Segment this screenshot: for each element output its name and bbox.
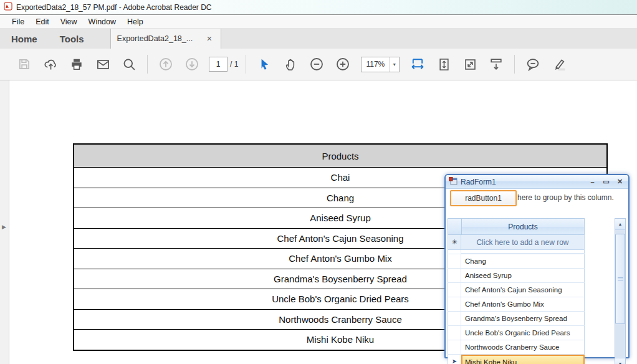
tab-tools[interactable]: Tools xyxy=(49,29,95,49)
menu-view[interactable]: View xyxy=(55,16,83,27)
fit-page-icon[interactable] xyxy=(436,57,451,72)
print-icon[interactable] xyxy=(69,57,84,72)
menu-window[interactable]: Window xyxy=(83,16,122,27)
email-icon[interactable] xyxy=(95,57,110,72)
zoom-level-dropdown[interactable]: 117% ▾ xyxy=(361,57,400,72)
document-tab-close-icon[interactable]: ✕ xyxy=(204,34,214,44)
pdf-file-icon xyxy=(4,2,12,13)
window-title: ExportedData2_18_57 PM.pdf - Adobe Acrob… xyxy=(16,3,212,12)
menubar: File Edit View Window Help xyxy=(0,16,637,29)
scrollbar-grip xyxy=(618,277,623,281)
grid-row[interactable]: Grandma's Boysenberry Spread xyxy=(448,312,585,326)
pdf-table-header: Products xyxy=(74,145,606,167)
radform-app-icon xyxy=(449,176,457,188)
zoom-out-icon[interactable] xyxy=(309,57,324,72)
fit-width-icon[interactable] xyxy=(410,57,425,72)
radform-client-area: here to group by this column. radButton1… xyxy=(446,189,628,357)
acrobat-window: ExportedData2_18_57 PM.pdf - Adobe Acrob… xyxy=(0,0,637,364)
menu-file[interactable]: File xyxy=(6,16,30,27)
zoom-in-icon[interactable] xyxy=(335,57,350,72)
grid-add-new-row[interactable]: ✳ Click here to add a new row xyxy=(448,235,585,250)
toolbar-divider xyxy=(246,55,246,74)
radform-titlebar[interactable]: RadForm1 – ▭ ✕ xyxy=(446,175,628,189)
titlebar: ExportedData2_18_57 PM.pdf - Adobe Acrob… xyxy=(0,0,637,15)
grid-row[interactable]: Chef Anton's Cajun Seasoning xyxy=(448,283,585,297)
share-upload-icon[interactable] xyxy=(43,57,58,72)
comment-icon[interactable] xyxy=(525,57,540,72)
page-number-input[interactable]: 1 xyxy=(209,57,228,72)
hand-tool-icon[interactable] xyxy=(283,57,298,72)
grid-row[interactable]: Aniseed Syrup xyxy=(448,269,585,283)
toolbar-divider xyxy=(514,55,515,74)
radform-title: RadForm1 xyxy=(461,178,584,186)
toolbar-divider xyxy=(147,55,148,74)
navigation-pane-strip[interactable]: ▶ xyxy=(0,80,9,364)
grid-row[interactable]: Chang xyxy=(448,254,585,269)
grid-vertical-scrollbar[interactable]: ▲ ▼ xyxy=(615,218,626,364)
scroll-up-icon[interactable]: ▲ xyxy=(615,219,625,230)
document-tab-label: ExportedData2_18_... xyxy=(117,34,193,43)
scroll-down-icon[interactable]: ▼ xyxy=(615,358,625,364)
document-tab[interactable]: ExportedData2_18_... ✕ xyxy=(110,29,221,49)
tab-home[interactable]: Home xyxy=(0,29,49,49)
add-new-row-label[interactable]: Click here to add a new row xyxy=(461,235,585,249)
actual-size-icon[interactable] xyxy=(462,57,477,72)
current-row-arrow-icon: ➤ xyxy=(452,358,457,364)
rad-gridview: Products ✳ Click here to add a new row C… xyxy=(448,218,585,364)
chevron-down-icon: ▾ xyxy=(389,57,399,72)
toolbar: 1 / 1 117% ▾ xyxy=(0,49,637,80)
tabbar: Home Tools ExportedData2_18_... ✕ xyxy=(0,29,637,49)
grid-row[interactable]: Chef Anton's Gumbo Mix xyxy=(448,297,585,312)
grid-partial-row xyxy=(448,250,585,254)
previous-page-icon[interactable] xyxy=(158,57,173,72)
grid-corner-cell xyxy=(448,218,461,235)
grid-header-row: Products xyxy=(448,218,585,235)
rad-button1[interactable]: radButton1 xyxy=(450,190,517,206)
select-tool-icon[interactable] xyxy=(257,57,272,72)
close-icon[interactable]: ✕ xyxy=(615,178,625,186)
new-row-icon: ✳ xyxy=(448,235,461,249)
grid-column-header-products[interactable]: Products xyxy=(461,218,585,235)
save-icon[interactable] xyxy=(17,57,32,72)
maximize-icon[interactable]: ▭ xyxy=(601,178,611,186)
grid-row-selected[interactable]: ➤ Mishi Kobe Niku xyxy=(448,355,585,364)
highlight-icon[interactable] xyxy=(552,57,567,72)
minimize-icon[interactable]: – xyxy=(587,178,598,186)
menu-edit[interactable]: Edit xyxy=(30,16,55,27)
expand-pane-icon[interactable]: ▶ xyxy=(2,224,6,230)
read-mode-icon[interactable] xyxy=(489,57,504,72)
zoom-level-value: 117% xyxy=(362,60,389,69)
grid-row[interactable]: Uncle Bob's Organic Dried Pears xyxy=(448,326,585,340)
menu-help[interactable]: Help xyxy=(122,16,149,27)
scrollbar-thumb[interactable] xyxy=(615,234,625,324)
next-page-icon[interactable] xyxy=(184,57,199,72)
page-count-label: / 1 xyxy=(230,60,238,69)
radform-window: RadForm1 – ▭ ✕ here to group by this col… xyxy=(444,174,630,358)
group-panel-hint: here to group by this column. xyxy=(517,193,614,202)
grid-row[interactable]: Northwoods Cranberry Sauce xyxy=(448,340,585,355)
search-icon[interactable] xyxy=(122,57,136,72)
